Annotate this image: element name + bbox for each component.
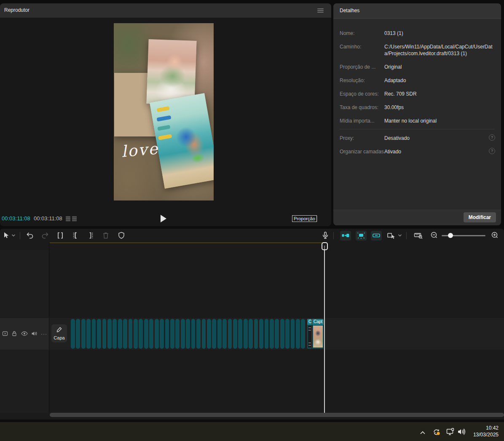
link-clips-icon[interactable] [371,231,382,241]
clip-frame-bar [86,319,91,349]
taskbar-clock[interactable]: 10:42 13/03/2025 [473,425,499,438]
clip-frame-bar [259,319,263,349]
timeline-ruler[interactable]: 00:0001:0002:0003:0004:0005:00 [0,243,504,250]
clip-frame-bar [118,319,122,349]
layers-help-icon[interactable]: ? [489,148,495,154]
timecode-current: 00:03:11:08 [2,215,30,222]
video-clip-frames[interactable] [71,319,307,349]
clip-frame-bar [134,319,138,349]
clip-frame-bar [275,319,279,349]
clip-frame-bar [92,319,96,349]
modify-button[interactable]: Modificar [464,212,496,222]
surfboard-sign [156,115,171,122]
clip-frame-bar [254,319,258,349]
clip-frame-bar [202,319,206,349]
clip-frame-bar [196,319,201,349]
player-title: Reprodutor [4,7,29,13]
timeline-scale-icon[interactable] [413,231,424,240]
cover-button[interactable]: Capa [51,324,67,342]
caption-clip[interactable]: C [307,319,312,349]
undo-icon[interactable] [25,231,35,240]
toggle-visibility-icon[interactable] [21,330,28,339]
proxy-help-icon[interactable]: ? [489,134,495,141]
toolbar-separator [20,232,20,239]
zoom-out-icon[interactable] [430,231,438,239]
photo-clip-thumbnail [313,326,323,347]
clip-frame-bar [149,319,153,349]
playhead-handle[interactable] [322,242,328,250]
details-title: Detalhes [340,8,359,13]
details-divider [340,129,495,129]
clip-frame-bar [165,319,169,349]
surfboard-sign [157,106,170,112]
timeline-zoom-slider-handle[interactable] [448,233,453,238]
duration-display-icons[interactable] [66,216,77,222]
detail-row-proxy: Proxy: Desativado [340,135,495,142]
record-voiceover-icon[interactable] [321,231,330,240]
delete-left-icon[interactable] [71,231,80,240]
timecode-total: 00:03:11:08 [34,215,62,222]
tray-sync-icon[interactable] [432,428,441,438]
zoom-in-icon[interactable] [491,231,499,239]
tray-chevron-up-icon[interactable] [419,429,426,436]
clip-frame-bar [102,319,107,349]
lock-track-icon[interactable] [11,330,18,339]
delete-right-icon[interactable] [86,231,95,240]
clip-frame-bar [129,319,133,349]
caption-clip-thumbnail [308,326,311,347]
control-separator [317,216,317,222]
detail-row-framerate: Taxa de quadros: 30.00fps [340,104,495,111]
magnetic-snap-icon[interactable] [340,231,351,241]
clip-frame-bar [238,319,242,349]
clip-frame-bar [223,319,227,349]
clip-frame-bar [107,319,112,349]
taskbar-date: 13/03/2025 [473,432,499,438]
capcut-window: Reprodutor love 00:03:11:08 00:03:11:08 [0,0,504,441]
clip-frame-bar [212,319,216,349]
clip-frame-bar [186,319,190,349]
clip-frame-bar [217,319,222,349]
select-mode-chevron-icon[interactable] [398,234,402,237]
main-track-icon [2,330,8,339]
surfboard-sign [157,125,170,131]
clip-frame-bar [207,319,211,349]
delete-icon[interactable] [101,231,110,240]
select-tool-icon[interactable] [2,231,11,240]
mask-shield-icon[interactable] [117,231,126,240]
detail-row-path: Caminho: C:/Users/Win11/AppData/Local/Ca… [340,43,495,57]
track-more-options-icon[interactable]: ··· [41,331,47,337]
player-menu-icon[interactable] [317,8,324,13]
select-tool-chevron-icon[interactable] [11,234,16,237]
tray-display-icon[interactable] [446,428,455,438]
split-icon[interactable] [56,231,65,240]
clip-frame-bar [296,319,300,349]
clip-frame-bar [81,319,86,349]
details-footer: Modificar [333,210,501,225]
click-select-mode-icon[interactable] [386,231,396,240]
video-preview[interactable]: love [114,23,214,200]
detail-row-layers: Organizar camadas Ativado [340,148,495,155]
redo-icon[interactable] [40,231,50,240]
photo-clip[interactable]: Capt [312,319,324,349]
linked-preview-icon[interactable] [356,231,367,241]
clip-frame-bar [285,319,290,349]
timeline-horizontal-scrollbar[interactable] [50,413,504,417]
toolbar-separator [333,232,334,239]
mute-track-icon[interactable] [31,330,38,339]
playhead-line[interactable] [324,246,325,413]
clip-frame-bar [160,319,164,349]
track-column-border [49,243,49,413]
clip-frame-bar [181,319,185,349]
windows-taskbar [0,422,504,441]
preview-photo-baby-beach [150,93,214,189]
clip-frame-bar [280,319,284,349]
toolbar-separator [406,232,407,239]
detail-row-media-import: Mídia importa... Manter no local origina… [340,118,495,124]
clip-frame-bar [233,319,237,349]
clip-frame-bar [170,319,174,349]
clip-frame-bar [270,319,274,349]
proportion-button[interactable]: Proporção [292,215,317,222]
tray-volume-icon[interactable] [457,428,466,438]
play-button[interactable] [161,215,166,222]
surfboard-sign [158,134,172,140]
